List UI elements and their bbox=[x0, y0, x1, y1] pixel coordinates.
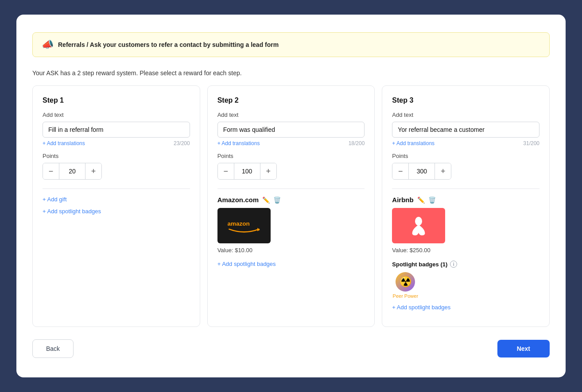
footer: Back Next bbox=[32, 339, 550, 358]
step-3-gift-image bbox=[392, 208, 445, 243]
step-1-add-translation[interactable]: + Add translations bbox=[43, 140, 85, 146]
step-3-gift-header: Airbnb ✏️ 🗑️ bbox=[392, 196, 539, 204]
step-3-text-input[interactable] bbox=[392, 122, 539, 138]
step-3-gift-section: Airbnb ✏️ 🗑️ Value: $250.00 bbox=[392, 196, 539, 254]
spotlight-info-icon[interactable]: i bbox=[450, 261, 457, 268]
step-2-edit-icon[interactable]: ✏️ bbox=[262, 196, 270, 204]
step-3-edit-icon[interactable]: ✏️ bbox=[417, 196, 425, 204]
step-1-points-control: − 20 + bbox=[43, 163, 102, 180]
step-2-points-value: 100 bbox=[234, 163, 260, 179]
step-1-points-value: 20 bbox=[59, 163, 85, 179]
step-1-points-label: Points bbox=[43, 153, 190, 159]
back-button[interactable]: Back bbox=[32, 339, 74, 358]
step-2-increment-btn[interactable]: + bbox=[260, 163, 276, 179]
step-2-gift-header: Amazon.com ✏️ 🗑️ bbox=[217, 196, 365, 204]
step-3-points-value: 300 bbox=[408, 163, 435, 179]
step-3-delete-icon[interactable]: 🗑️ bbox=[428, 196, 436, 204]
step-1-add-spotlight[interactable]: + Add spotlight badges bbox=[43, 208, 190, 215]
main-frame: 📣 Referrals / Ask your customers to refe… bbox=[16, 15, 566, 377]
svg-text:amazon: amazon bbox=[227, 220, 249, 227]
page-subtitle: Your ASK has a 2 step reward system. Ple… bbox=[32, 69, 550, 77]
step-2-gift-image: amazon bbox=[217, 208, 271, 243]
airbnb-logo bbox=[401, 212, 436, 239]
step-3-title: Step 3 bbox=[392, 96, 539, 104]
step-3-spotlight-section: Spotlight badges (1) i ☢️ Peer Power + A… bbox=[392, 261, 539, 311]
step-1-card: Step 1 Add text + Add translations 23/20… bbox=[32, 85, 200, 327]
step-3-gift-name: Airbnb bbox=[392, 196, 413, 204]
step-2-add-translation[interactable]: + Add translations bbox=[217, 140, 260, 146]
megaphone-icon: 📣 bbox=[42, 39, 54, 50]
step-1-text-input[interactable] bbox=[43, 122, 190, 138]
step-3-add-text-label: Add text bbox=[392, 111, 539, 118]
step-1-decrement-btn[interactable]: − bbox=[43, 163, 59, 179]
step-2-gift-value: Value: $10.00 bbox=[217, 247, 365, 254]
step-2-title: Step 2 bbox=[217, 96, 365, 104]
step-2-gift-section: Amazon.com ✏️ 🗑️ amazon Value: $10.00 bbox=[217, 196, 365, 254]
step-2-points-label: Points bbox=[217, 153, 365, 159]
breadcrumb-prefix: Referrals / bbox=[58, 41, 90, 48]
amazon-logo: amazon bbox=[224, 215, 264, 237]
step-3-add-translation[interactable]: + Add translations bbox=[392, 140, 435, 146]
step-3-increment-btn[interactable]: + bbox=[435, 163, 451, 179]
svg-point-2 bbox=[415, 217, 422, 226]
step-1-increment-btn[interactable]: + bbox=[85, 163, 101, 179]
step-3-points-control: − 300 + bbox=[392, 163, 451, 180]
step-3-add-spotlight[interactable]: + Add spotlight badges bbox=[392, 304, 539, 311]
step-3-decrement-btn[interactable]: − bbox=[392, 163, 408, 179]
step-2-gift-name: Amazon.com bbox=[217, 196, 259, 204]
peer-power-badge: ☢️ Peer Power bbox=[392, 272, 419, 299]
peer-power-icon: ☢️ bbox=[396, 272, 415, 292]
step-2-points-control: − 100 + bbox=[217, 163, 277, 180]
breadcrumb-text: Referrals / Ask your customers to refer … bbox=[58, 41, 279, 48]
step-2-card: Step 2 Add text + Add translations 18/20… bbox=[207, 85, 375, 327]
step-1-add-gift[interactable]: + Add gift bbox=[43, 196, 190, 203]
step-2-divider bbox=[217, 188, 365, 189]
step-3-points-label: Points bbox=[392, 153, 539, 159]
step-2-add-text-label: Add text bbox=[217, 111, 365, 118]
step-3-gift-value: Value: $250.00 bbox=[392, 247, 539, 254]
peer-power-label: Peer Power bbox=[393, 293, 418, 299]
step-1-title: Step 1 bbox=[43, 96, 190, 104]
breadcrumb-title: Ask your customers to refer a contact by… bbox=[90, 41, 279, 48]
step-3-divider bbox=[392, 188, 539, 189]
breadcrumb-bar: 📣 Referrals / Ask your customers to refe… bbox=[32, 32, 550, 57]
step-2-decrement-btn[interactable]: − bbox=[218, 163, 234, 179]
next-button[interactable]: Next bbox=[497, 340, 550, 357]
step-1-add-text-label: Add text bbox=[43, 111, 190, 118]
svg-marker-1 bbox=[257, 228, 260, 231]
step-3-spotlight-title: Spotlight badges (1) i bbox=[392, 261, 539, 268]
step-3-spotlight-title-text: Spotlight badges (1) bbox=[392, 261, 447, 268]
steps-container: Step 1 Add text + Add translations 23/20… bbox=[32, 85, 550, 327]
step-3-char-count: 31/200 bbox=[523, 140, 539, 146]
step-1-char-count: 23/200 bbox=[174, 140, 190, 146]
step-3-card: Step 3 Add text + Add translations 31/20… bbox=[382, 85, 550, 327]
step-2-delete-icon[interactable]: 🗑️ bbox=[273, 196, 281, 204]
step-2-add-spotlight[interactable]: + Add spotlight badges bbox=[217, 261, 365, 267]
step-1-divider bbox=[43, 188, 190, 189]
step-2-text-input[interactable] bbox=[217, 122, 365, 138]
step-2-char-count: 18/200 bbox=[349, 140, 365, 146]
